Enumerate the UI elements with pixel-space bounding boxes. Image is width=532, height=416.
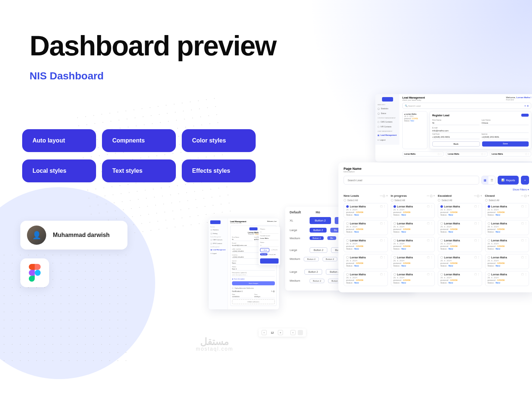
lead-panel-mock: Main Info ◯ Statistics ◯ Status Content … [375, 94, 532, 162]
figma-icon [29, 264, 41, 282]
save-desc-check[interactable]: ◉ Save description [232, 278, 275, 280]
lead-detail-card: ● Lorran Mafra 26. 6. 2024 protocol: 123… [402, 111, 427, 149]
button-large[interactable]: Button 2 [310, 228, 327, 233]
mini-card: Lorran Mafra ▢ ⋮ [446, 151, 487, 157]
sidebar: Main Info ◯ Statistics ◯ Status Content … [375, 94, 399, 145]
kanban-card[interactable]: Lorran Mafra ▢ ⋮ 26. 6. 2024 protocol : … [344, 254, 388, 269]
figma-badge [20, 258, 49, 287]
kanban-card[interactable]: Lorran Mafra ▢ ⋮ 26. 6. 2024 protocol : … [344, 220, 388, 235]
kanban-card[interactable]: Lorran Mafra ▢ ⋮ 26. 6. 2024 protocol : … [344, 237, 388, 252]
button-outline-med[interactable]: Button 2 [310, 279, 324, 283]
nav-ops-contacts[interactable]: ▢ OPS Contacts [210, 242, 226, 245]
button-medium[interactable]: Button 2 [310, 236, 324, 240]
time-input[interactable]: 10:00 pm [254, 295, 275, 298]
add-notification-button[interactable]: ⊕ Add notification [232, 299, 275, 304]
call-from-input[interactable]: +1(918) 243-4651 [432, 135, 480, 139]
button-outline[interactable]: Button 2 [304, 269, 322, 275]
kanban-card[interactable]: Lorran Mafra ▢ ⋮ 26. 6. 2024 protocol : … [391, 203, 435, 218]
button-outline-med[interactable]: Button 2 [304, 257, 318, 261]
pill-auto-layout: Auto layout [22, 129, 96, 152]
kanban-card[interactable]: Lorran Mafra ▢ ⋮ 26. 6. 2024 protocol : … [485, 271, 529, 286]
back-button[interactable]: Back [432, 141, 480, 147]
page-subtitle: NIS Dashboard [30, 70, 104, 82]
stepper-value: 12 [269, 331, 276, 334]
kanban-card[interactable]: Lorran Mafra ▢ ⋮ 26. 6. 2024 protocol : … [485, 220, 529, 235]
status-select[interactable]: None ▾ [232, 268, 275, 271]
lead-side-panel: Phones— Created sourceLorran Mafra Statu… [259, 227, 280, 265]
new-email-chip[interactable]: New email [260, 253, 267, 255]
panel-title: Lead Management [402, 96, 425, 99]
button-medium-hover[interactable]: Bu [327, 236, 336, 240]
author-card: 👤 Muhammad darwish [20, 221, 127, 250]
button-outline-med[interactable]: Button 2 [323, 257, 337, 261]
button-xl[interactable]: Button 2 [310, 217, 331, 224]
minus-icon[interactable]: − [262, 330, 267, 335]
description-input[interactable]: write description here ... [232, 274, 275, 276]
add-button[interactable]: + [521, 176, 529, 185]
notify-toggle[interactable]: ▢ Deploy Automatic Notification [232, 287, 275, 289]
search-input[interactable]: 🔍 Search Lead ✕ ⚙ [402, 103, 531, 109]
button-outline[interactable]: Button 2 [310, 247, 327, 253]
nav-status[interactable]: ◯ Status [377, 111, 398, 116]
plus-icon[interactable]: + [278, 330, 283, 335]
reports-button[interactable]: 📊 Reports [498, 176, 519, 185]
kanban-card[interactable]: Lorran Mafra ▢ ⋮ 26. 6. 2024 protocol : … [485, 237, 529, 252]
kanban-card[interactable]: Lorran Mafra ▢ ⋮ 26. 6. 2024 protocol : … [391, 271, 435, 286]
first-name-input[interactable]: Ni [232, 238, 253, 241]
nav-lead-management[interactable]: ▤ Lead Management [377, 133, 398, 137]
pill-color-styles: Color styles [182, 129, 256, 152]
list-view-icon[interactable]: ☰ [488, 176, 495, 184]
kanban-card[interactable]: Lorran Mafra ▢ ⋮ 26. 6. 2024 protocol : … [485, 203, 529, 218]
pill-text-styles: Text styles [102, 159, 176, 182]
nav-cms-contacts[interactable]: ▢ CMS Contacts [210, 238, 226, 241]
nav-logout[interactable]: ⎋ Logout [210, 252, 226, 255]
save-button[interactable]: Save [482, 141, 529, 147]
kanban-card[interactable]: Lorran Mafra ▢ ⋮ 26. 6. 2024 protocol : … [391, 254, 435, 269]
write-button[interactable]: ✎ Write [260, 248, 269, 252]
minus-icon[interactable]: − [290, 330, 296, 335]
page-title: Dashboard preview [30, 30, 276, 62]
save-changes-button[interactable]: Save changes [232, 281, 275, 285]
date-input[interactable]: 11/10/2024 [232, 295, 253, 298]
board-description: Description [344, 171, 362, 173]
kanban-card[interactable]: Lorran Mafra ▢ ⋮ 26. 6. 2024 protocol : … [344, 203, 388, 218]
last-name-input[interactable]: Orlova [482, 121, 529, 125]
logo [210, 220, 221, 224]
emails-button[interactable]: ◯ Emails [270, 248, 279, 252]
first-name-input[interactable]: Ni [432, 121, 480, 125]
kanban-card[interactable]: Lorran Mafra ▢ ⋮ 26. 6. 2024 protocol : … [438, 203, 482, 218]
author-name: Muhammad darwish [53, 232, 110, 238]
kanban-card[interactable]: Lorran Mafra ▢ ⋮ 26. 6. 2024 protocol : … [391, 220, 435, 235]
nav-statistics[interactable]: ◯ Statistics [210, 228, 226, 231]
search-input[interactable] [344, 176, 479, 185]
register-title: Register Lead [432, 114, 449, 117]
email-input[interactable]: info@mafra.com [432, 129, 529, 133]
board-page-name: Page Name [344, 167, 362, 171]
nav-setting[interactable]: ◯ Setting [210, 232, 226, 235]
kanban-card[interactable]: Lorran Mafra ▢ ⋮ 26. 6. 2024 protocol : … [391, 237, 435, 252]
nav-statistics[interactable]: ◯ Statistics [377, 106, 398, 111]
primary-action[interactable] [260, 258, 279, 264]
nav-ivr-contacts[interactable]: ▢ IVR Contacts [377, 124, 398, 129]
nav-lead-management[interactable]: ▤ Lead Management [210, 248, 226, 251]
kanban-card[interactable]: Lorran Mafra ▢ ⋮ 26. 6. 2024 protocol : … [485, 254, 529, 269]
kanban-card[interactable]: Lorran Mafra ▢ ⋮ 26. 6. 2024 protocol : … [438, 237, 482, 252]
kanban-card[interactable]: Lorran Mafra ▢ ⋮ 26. 6. 2024 protocol : … [438, 220, 482, 235]
nav-cms-contacts[interactable]: ▢ CMS Contacts [377, 120, 398, 124]
kanban-card[interactable]: Lorran Mafra ▢ ⋮ 26. 6. 2024 protocol : … [344, 271, 388, 286]
pill-effects-styles: Effects styles [182, 159, 256, 182]
kanban-card[interactable]: Lorran Mafra ▢ ⋮ 26. 6. 2024 protocol : … [438, 271, 482, 286]
show-filters-link[interactable]: Show Filters ▾ [344, 188, 529, 191]
kanban-card[interactable]: Lorran Mafra ▢ ⋮ 26. 6. 2024 protocol : … [438, 254, 482, 269]
logo [382, 97, 393, 102]
lead-ex-input[interactable]: +1(918) 243-4651 [482, 135, 529, 139]
view-toggle[interactable]: ▦ ☰ [481, 176, 495, 185]
feature-pills: Auto layout Compnents Color styles Local… [22, 129, 256, 182]
welcome-text: Welcome, Lorr [267, 220, 277, 224]
panel-subtitle: check your leads today [402, 99, 425, 101]
number-stepper[interactable]: − 12 + − [259, 329, 306, 337]
grid-view-icon[interactable]: ▦ [482, 176, 488, 184]
nav-logout[interactable]: ⎋ Logout [377, 138, 398, 142]
nav-section: Main Info [378, 104, 397, 106]
logo [249, 227, 258, 230]
